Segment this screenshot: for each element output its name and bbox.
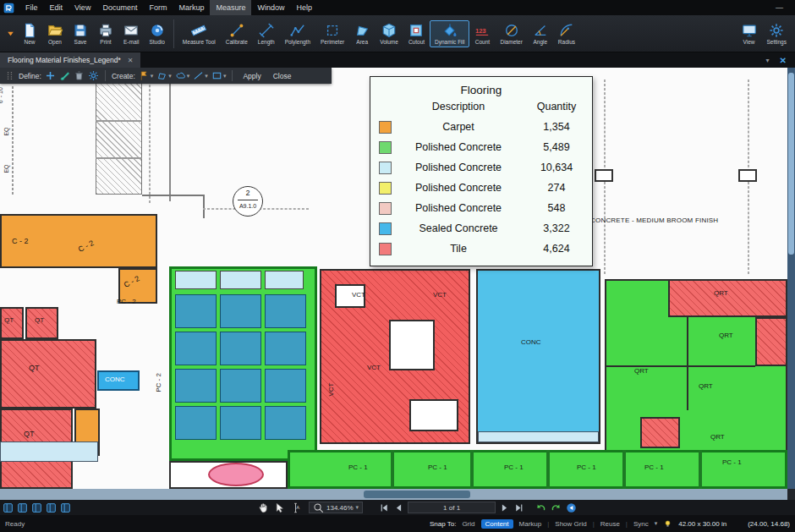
tool-presets-dropdown[interactable] — [3, 29, 17, 38]
toolbar-divider — [105, 70, 106, 81]
studio-button[interactable]: Studio — [144, 20, 169, 47]
close-icon[interactable]: ✕ — [780, 56, 787, 65]
first-page-button[interactable] — [379, 502, 390, 513]
measure-tool-icon — [191, 23, 206, 38]
panel-toggle-2[interactable] — [17, 502, 28, 513]
snap-content-toggle[interactable]: Content — [481, 519, 513, 529]
show-grid-toggle[interactable]: Show Grid — [555, 520, 586, 528]
select-cursor-icon[interactable] — [274, 502, 285, 513]
revu-logo-icon[interactable] — [3, 3, 14, 14]
angle-button[interactable]: Angle — [528, 20, 553, 47]
horizontal-scrollbar[interactable] — [0, 489, 787, 500]
panel-toggle-4[interactable] — [46, 502, 57, 513]
email-icon — [123, 23, 139, 38]
previous-view-button[interactable] — [535, 502, 546, 513]
area-button[interactable]: Area — [349, 20, 375, 47]
sync-toggle[interactable]: Sync — [633, 520, 649, 528]
cutout-button[interactable]: Cutout — [403, 20, 430, 47]
dynamic-fill-button[interactable]: Dynamic Fill — [430, 20, 469, 47]
length-button[interactable]: Length — [253, 20, 280, 47]
save-button[interactable]: Save — [68, 20, 93, 47]
delete-item-button[interactable] — [74, 70, 85, 81]
snap-markup-toggle[interactable]: Markup — [519, 520, 542, 528]
drawing-canvas[interactable]: 6' - 10"EQEQC - 2C - 2C - 2PC - 2QTQTQTQ… — [0, 68, 787, 489]
navigation-bar: A 134.46% ▾ 1 of 1 — [0, 500, 795, 515]
legend-quantity: 274 — [521, 182, 592, 194]
legend-color-sw — [379, 222, 392, 235]
menu-view[interactable]: View — [69, 0, 96, 15]
menu-form[interactable]: Form — [143, 0, 173, 15]
legend-edit-toolbar: Define: Create: ▾ ▾ ▾ ▾ ▾ — [0, 68, 332, 84]
menu-measure[interactable]: Measure — [210, 0, 251, 15]
radius-button[interactable]: Radius — [553, 20, 580, 47]
menu-edit[interactable]: Edit — [44, 0, 69, 15]
select-text-icon[interactable]: A — [290, 502, 301, 513]
measure-tool-button[interactable]: Measure Tool — [178, 20, 221, 47]
panel-toggle-3[interactable] — [31, 502, 42, 513]
zoom-control[interactable]: 134.46% ▾ — [309, 502, 363, 513]
flooring-legend[interactable]: Flooring Description Quantity Carpet 1,3… — [370, 76, 593, 266]
chevron-down-icon[interactable]: ▾ — [766, 57, 770, 64]
reuse-toggle[interactable]: Reuse — [600, 520, 620, 528]
toolbar-button[interactable] — [173, 19, 174, 48]
panel-toggle-5[interactable] — [60, 502, 71, 513]
next-view-button[interactable] — [551, 502, 562, 513]
diameter-icon — [504, 23, 519, 38]
open-button[interactable]: Open — [42, 20, 68, 47]
define-label: Define: — [19, 72, 41, 80]
add-item-button[interactable] — [45, 70, 56, 81]
legend-quantity: 5,489 — [521, 141, 592, 153]
format-paint-button[interactable] — [59, 70, 70, 81]
create-rectangle-tool[interactable]: ▾ — [211, 70, 227, 81]
menu-document[interactable]: Document — [96, 0, 143, 15]
plan-label: QT — [4, 316, 14, 324]
print-icon — [98, 23, 113, 38]
close-button[interactable]: Close — [269, 72, 296, 80]
view-button[interactable]: View — [737, 20, 762, 47]
perimeter-button[interactable]: Perimeter — [315, 20, 349, 47]
create-cloud-tool[interactable]: ▾ — [175, 70, 190, 81]
email-button[interactable]: E-mail — [118, 20, 144, 47]
bulb-icon[interactable] — [663, 519, 672, 529]
panel-toggle-1[interactable] — [3, 502, 14, 513]
next-page-button[interactable] — [499, 502, 510, 513]
page-indicator[interactable]: 1 of 1 — [408, 502, 496, 513]
grip-icon[interactable] — [4, 70, 15, 81]
print-button[interactable]: Print — [93, 20, 118, 47]
tab-close-icon[interactable]: ✕ — [128, 57, 134, 64]
jump-back-button[interactable] — [566, 502, 577, 513]
menu-markup[interactable]: Markup — [173, 0, 210, 15]
menu-help[interactable]: Help — [290, 0, 318, 15]
calibrate-button[interactable]: Calibrate — [221, 20, 253, 47]
legend-quantity: 3,322 — [521, 222, 592, 234]
legend-row: Sealed Concrete 3,322 — [370, 218, 592, 239]
snap-grid-toggle[interactable]: Grid — [462, 520, 474, 528]
polylength-button[interactable]: Polylength — [280, 20, 315, 47]
apply-button[interactable]: Apply — [238, 72, 265, 80]
menu-file[interactable]: File — [19, 0, 44, 15]
diameter-button[interactable]: Diameter — [495, 20, 527, 47]
pan-hand-icon[interactable] — [258, 502, 269, 513]
view-icon — [742, 23, 757, 38]
create-flag-tool[interactable]: ▾ — [139, 70, 154, 81]
document-tab[interactable]: Flooring Material Finishes_Legend* ✕ — [0, 52, 140, 68]
minimize-button[interactable]: — — [776, 3, 783, 12]
svg-text:123: 123 — [475, 26, 486, 34]
vertical-scrollbar[interactable] — [787, 68, 795, 489]
legend-settings-button[interactable] — [88, 70, 99, 81]
menu-window[interactable]: Window — [251, 0, 290, 15]
volume-button[interactable]: Volume — [375, 20, 403, 47]
previous-page-button[interactable] — [393, 502, 404, 513]
horizontal-scrollbar-thumb[interactable] — [364, 491, 470, 498]
create-polygon-tool[interactable]: ▾ — [156, 70, 172, 81]
vertical-scrollbar-thumb[interactable] — [788, 73, 794, 255]
area-icon — [354, 23, 370, 38]
count-button[interactable]: 123 Count — [469, 20, 495, 47]
studio-icon — [150, 23, 165, 38]
create-line-tool[interactable]: ▾ — [193, 70, 208, 81]
chevron-down-icon[interactable]: ▾ — [655, 520, 658, 527]
new-button[interactable]: New — [17, 20, 42, 47]
plan-label: C - 2 — [77, 239, 96, 254]
last-page-button[interactable] — [513, 502, 524, 513]
settings-button[interactable]: Settings — [762, 20, 792, 47]
